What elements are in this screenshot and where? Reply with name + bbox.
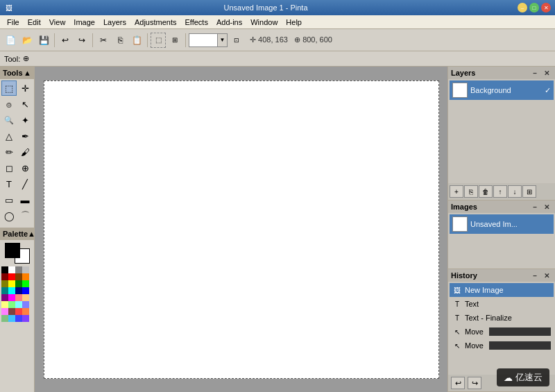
color-swatch[interactable] <box>1 315 8 322</box>
zoom-input[interactable]: 100% <box>189 34 217 46</box>
move-layer-up-btn[interactable]: ↑ <box>493 185 507 198</box>
history-item[interactable]: ↖Move <box>450 339 554 352</box>
color-swatch[interactable] <box>15 266 22 273</box>
menu-item-effects[interactable]: Effects <box>181 17 212 28</box>
history-item[interactable]: TText <box>450 297 554 311</box>
color-swatch[interactable] <box>22 308 29 315</box>
history-redo-btn[interactable]: ↪ <box>468 377 481 389</box>
maximize-button[interactable]: □ <box>529 3 539 12</box>
tool-freeform[interactable]: ⌒ <box>17 208 33 223</box>
color-swatch[interactable] <box>22 266 29 273</box>
color-swatch[interactable] <box>22 287 29 294</box>
color-swatch[interactable] <box>22 301 29 308</box>
color-swatch[interactable] <box>8 280 15 287</box>
color-swatch[interactable] <box>22 294 29 301</box>
save-button[interactable]: 💾 <box>36 33 51 48</box>
history-undo-btn[interactable]: ↩ <box>451 377 465 389</box>
history-item[interactable]: TText - Finalize <box>450 311 554 325</box>
duplicate-layer-btn[interactable]: ⎘ <box>464 185 478 198</box>
images-close-btn[interactable]: ✕ <box>541 201 552 212</box>
tool-rectangle-select[interactable]: ⬚ <box>1 80 17 96</box>
color-swatch[interactable] <box>15 308 22 315</box>
tool-move-selection[interactable]: ↖ <box>17 96 33 112</box>
color-swatch[interactable] <box>15 301 22 308</box>
color-swatch[interactable] <box>22 273 29 280</box>
layers-collapse-btn[interactable]: – <box>529 67 540 78</box>
history-close-btn[interactable]: ✕ <box>541 270 552 281</box>
color-swatch[interactable] <box>8 287 15 294</box>
crop-button[interactable]: ⬚ <box>151 33 166 48</box>
layer-item-background[interactable]: Background ✓ <box>450 80 554 100</box>
color-swatch[interactable] <box>8 301 15 308</box>
color-swatch[interactable] <box>1 273 8 280</box>
menu-item-image[interactable]: Image <box>69 17 99 28</box>
color-swatch[interactable] <box>8 273 15 280</box>
layer-visible-check[interactable]: ✓ <box>545 86 551 95</box>
canvas-area[interactable] <box>35 67 447 392</box>
add-layer-btn[interactable]: + <box>450 185 463 198</box>
color-swatch[interactable] <box>15 287 22 294</box>
menu-item-add-ins[interactable]: Add-ins <box>212 17 246 28</box>
color-swatch[interactable] <box>15 294 22 301</box>
tool-clone[interactable]: ⊕ <box>17 160 33 176</box>
color-swatch[interactable] <box>1 280 8 287</box>
canvas[interactable] <box>44 80 439 379</box>
color-swatch[interactable] <box>8 308 15 315</box>
color-swatch[interactable] <box>1 301 8 308</box>
foreground-color[interactable] <box>5 243 20 258</box>
layers-close-btn[interactable]: ✕ <box>541 67 552 78</box>
images-collapse-btn[interactable]: – <box>529 201 540 212</box>
new-button[interactable]: 📄 <box>3 33 18 48</box>
tool-line[interactable]: ╱ <box>17 176 33 191</box>
tool-paint-bucket[interactable]: △ <box>1 128 17 144</box>
tool-ellipse[interactable]: ◯ <box>1 208 17 223</box>
delete-layer-btn[interactable]: 🗑 <box>479 185 493 198</box>
history-collapse-btn[interactable]: – <box>529 270 540 281</box>
resize-button[interactable]: ⊞ <box>167 33 182 48</box>
tool-zoom[interactable]: 🔍 <box>1 112 17 128</box>
color-swatch[interactable] <box>1 308 8 315</box>
tool-magic-wand[interactable]: ✦ <box>17 112 33 128</box>
undo-button[interactable]: ↩ <box>58 33 73 48</box>
tool-move[interactable]: ✛ <box>17 80 33 96</box>
tool-eraser[interactable]: ◻ <box>1 160 17 176</box>
tool-text[interactable]: T <box>1 176 17 191</box>
menu-item-layers[interactable]: Layers <box>99 17 130 28</box>
close-button[interactable]: ✕ <box>541 3 551 12</box>
color-swatch[interactable] <box>22 315 29 322</box>
copy-button[interactable]: ⎘ <box>112 33 128 48</box>
tools-expand-icon[interactable]: ▲ <box>24 69 31 77</box>
open-button[interactable]: 📂 <box>19 33 35 48</box>
history-item[interactable]: 🖼New Image <box>450 283 554 297</box>
zoom-fit-button[interactable]: ⊡ <box>229 33 244 48</box>
tool-brush[interactable]: 🖌 <box>17 144 33 160</box>
menu-item-window[interactable]: Window <box>246 17 282 28</box>
redo-button[interactable]: ↪ <box>74 33 89 48</box>
color-swatch[interactable] <box>15 315 22 322</box>
color-swatch[interactable] <box>1 294 8 301</box>
color-swatch[interactable] <box>1 287 8 294</box>
minimize-button[interactable]: – <box>518 3 527 12</box>
color-swatch[interactable] <box>15 280 22 287</box>
tool-lasso[interactable]: ⌾ <box>1 96 17 112</box>
menu-item-edit[interactable]: Edit <box>24 17 45 28</box>
tool-rectangle-shape[interactable]: ▭ <box>1 192 17 207</box>
color-swatch[interactable] <box>8 266 15 273</box>
color-swatch[interactable] <box>1 266 8 273</box>
tool-pencil[interactable]: ✏ <box>1 144 17 160</box>
paste-button[interactable]: 📋 <box>129 33 144 48</box>
history-item[interactable]: ↖Move <box>450 325 554 339</box>
layer-properties-btn[interactable]: ⊞ <box>522 185 536 198</box>
move-layer-down-btn[interactable]: ↓ <box>508 185 522 198</box>
tool-color-picker[interactable]: ✒ <box>17 128 33 144</box>
color-swatch[interactable] <box>22 280 29 287</box>
color-swatch[interactable] <box>8 294 15 301</box>
menu-item-adjustments[interactable]: Adjustments <box>130 17 181 28</box>
color-swatch[interactable] <box>15 273 22 280</box>
menu-item-help[interactable]: Help <box>282 17 306 28</box>
color-swatch[interactable] <box>8 315 15 322</box>
zoom-dropdown[interactable]: ▼ <box>217 34 227 46</box>
menu-item-view[interactable]: View <box>45 17 70 28</box>
cut-button[interactable]: ✂ <box>96 33 111 48</box>
tool-rounded-rect[interactable]: ▬ <box>17 192 33 207</box>
